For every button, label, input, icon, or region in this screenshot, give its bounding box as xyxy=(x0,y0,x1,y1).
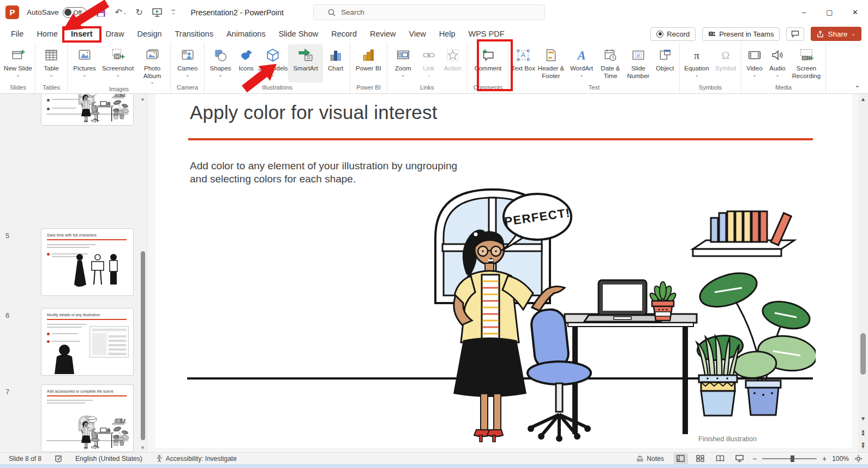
tab-draw[interactable]: Draw xyxy=(99,25,131,43)
tab-design[interactable]: Design xyxy=(130,25,168,43)
zoom-in-button[interactable]: + xyxy=(822,454,827,463)
ribbon-button-screen-recording[interactable]: Screen Recording xyxy=(789,44,824,82)
ribbon-button-3d-models[interactable]: 3D Models⌄ xyxy=(258,44,288,82)
collapse-ribbon-chevron-icon[interactable]: ⌄ xyxy=(854,81,860,89)
slide-indicator[interactable]: Slide 8 of 8 xyxy=(4,455,46,463)
slide-thumbnail-5[interactable]: Save time with full characters xyxy=(41,228,134,296)
next-slide-button[interactable]: ▼▼ xyxy=(858,443,868,449)
ribbon-group-slides: New Slide⌄ Slides xyxy=(1,43,35,93)
zoom-slider-thumb[interactable] xyxy=(791,455,794,462)
screenshot-icon xyxy=(110,47,125,63)
reading-view-button[interactable] xyxy=(713,453,727,464)
scrollbar-thumb[interactable] xyxy=(860,333,866,375)
slide-title[interactable]: Apply color for visual interest xyxy=(190,102,438,123)
thumbnail-scroll-down-icon[interactable]: ▼ xyxy=(140,445,145,451)
fit-slide-to-window-button[interactable] xyxy=(854,455,863,463)
ribbon-button-new-slide[interactable]: New Slide⌄ xyxy=(3,44,33,82)
text-box-icon: A xyxy=(516,47,531,63)
comments-button[interactable] xyxy=(786,27,804,41)
ribbon-button-smartart[interactable]: SmartArt xyxy=(288,44,323,82)
illustration-caption: Finished illustration xyxy=(698,435,757,443)
svg-text:T: T xyxy=(710,32,713,36)
ribbon-group-images: Pictures⌄ Screenshot⌄ Photo Album⌄ Image… xyxy=(68,43,171,93)
ribbon-button-symbol[interactable]: Ω Symbol xyxy=(712,44,739,82)
tab-review[interactable]: Review xyxy=(363,25,403,43)
slide-thumbnail-4[interactable] xyxy=(41,94,134,126)
ribbon-button-header-footer[interactable]: Header & Footer xyxy=(536,44,566,82)
save-icon[interactable] xyxy=(95,7,106,18)
ribbon-button-action[interactable]: Action xyxy=(440,44,465,82)
dropdown-chevron-icon: ⌄ xyxy=(258,73,288,77)
ribbon-button-shapes[interactable]: Shapes⌄ xyxy=(206,44,235,82)
language-status[interactable]: English (United States) xyxy=(71,455,147,463)
ribbon-button-slide-number[interactable]: # Slide Number xyxy=(624,44,653,82)
slide-illustration[interactable] xyxy=(183,183,816,445)
start-slideshow-button[interactable] xyxy=(152,8,163,17)
ribbon-button-text-box[interactable]: A Text Box xyxy=(511,44,536,82)
maximize-button[interactable]: ▢ xyxy=(817,0,842,25)
ribbon-button-video[interactable]: Video⌄ xyxy=(743,44,766,82)
annotation-box-smartart xyxy=(477,39,513,91)
present-in-teams-button[interactable]: T Present in Teams xyxy=(702,27,780,41)
ribbon-button-pictures[interactable]: Pictures⌄ xyxy=(69,44,100,84)
ribbon-button-cameo[interactable]: P Cameo⌄ xyxy=(173,44,202,82)
ribbon-button-table[interactable]: Table⌄ xyxy=(37,44,65,82)
zoom-slider[interactable] xyxy=(762,458,817,459)
ribbon-button-link[interactable]: Link⌄ xyxy=(417,44,440,82)
tab-view[interactable]: View xyxy=(403,25,433,43)
ribbon-button-power-bi[interactable]: Power BI xyxy=(355,44,382,82)
annotation-box-insert xyxy=(62,26,101,43)
object-icon xyxy=(657,47,673,63)
ribbon-button-icons[interactable]: Icons xyxy=(235,44,258,82)
normal-view-button[interactable] xyxy=(674,453,688,464)
ribbon-button-date-time[interactable]: Date & Time xyxy=(597,44,624,82)
share-button[interactable]: Share ⌄ xyxy=(811,27,861,41)
3d-models-icon xyxy=(265,47,280,63)
spellcheck-icon[interactable] xyxy=(50,455,67,463)
ribbon-button-screenshot[interactable]: Screenshot⌄ xyxy=(100,44,136,84)
search-input[interactable]: Search xyxy=(313,4,545,20)
thumbnail-scrollbar-thumb[interactable] xyxy=(141,251,145,440)
slide-body-text[interactable]: Add color to any element of your illustr… xyxy=(190,159,457,186)
ribbon-button-chart[interactable]: Chart xyxy=(323,44,348,82)
ribbon-group-power-bi: Power BI Power BI xyxy=(350,43,387,93)
scroll-down-icon[interactable]: ▼ xyxy=(858,416,868,422)
status-bar: Slide 8 of 8 English (United States) Acc… xyxy=(0,452,868,464)
tab-file[interactable]: File xyxy=(4,25,30,43)
redo-button[interactable]: ↻ xyxy=(136,7,143,17)
vertical-scrollbar[interactable]: ▲ ▼ ▲▲ ▼▼ xyxy=(858,94,868,452)
thumbnail-scroll-up-icon[interactable]: ▲ xyxy=(140,96,145,102)
toggle-knob-icon xyxy=(64,9,71,16)
tab-insert[interactable]: Insert xyxy=(64,25,99,43)
slide7-illustration xyxy=(46,415,129,449)
ribbon-button-zoom[interactable]: Zoom⌄ xyxy=(389,44,417,82)
close-button[interactable]: ✕ xyxy=(842,0,868,25)
minimize-button[interactable]: – xyxy=(791,0,817,25)
tab-home[interactable]: Home xyxy=(30,25,64,43)
undo-button[interactable]: ↶⌄ xyxy=(115,7,127,17)
tab-animations[interactable]: Animations xyxy=(220,25,272,43)
ribbon-button-audio[interactable]: Audio⌄ xyxy=(766,44,789,82)
customize-qat-button[interactable]: ⌄ xyxy=(171,10,176,15)
tab-record[interactable]: Record xyxy=(325,25,363,43)
tab-transitions[interactable]: Transitions xyxy=(169,25,220,43)
zoom-out-button[interactable]: − xyxy=(752,454,757,463)
ribbon-button-object[interactable]: Object xyxy=(653,44,678,82)
slide-show-button[interactable] xyxy=(733,453,747,464)
accessibility-status[interactable]: Accessibility: Investigate xyxy=(151,455,241,463)
ribbon-button-equation[interactable]: π Equation⌄ xyxy=(681,44,712,82)
slide-thumbnail-7[interactable]: Add accessories to complete the scene xyxy=(41,384,134,452)
tab-help[interactable]: Help xyxy=(433,25,462,43)
autosave-toggle[interactable]: Off xyxy=(63,7,87,18)
notes-button[interactable]: Notes xyxy=(631,455,668,463)
record-button[interactable]: Record xyxy=(650,27,696,41)
slide-thumbnail-6[interactable]: Modify details of any illustration xyxy=(41,308,134,376)
ribbon-button-wordart[interactable]: A WordArt⌄ xyxy=(566,44,597,82)
scroll-up-icon[interactable]: ▲ xyxy=(858,96,868,102)
zoom-level[interactable]: 100% xyxy=(832,455,849,463)
tab-slide-show[interactable]: Slide Show xyxy=(272,25,325,43)
previous-slide-button[interactable]: ▲▲ xyxy=(858,430,868,436)
slide-canvas[interactable]: Apply color for visual interest Add colo… xyxy=(155,94,852,448)
slide-sorter-view-button[interactable] xyxy=(693,453,708,464)
ribbon-button-photo-album[interactable]: Photo Album⌄ xyxy=(136,44,169,84)
